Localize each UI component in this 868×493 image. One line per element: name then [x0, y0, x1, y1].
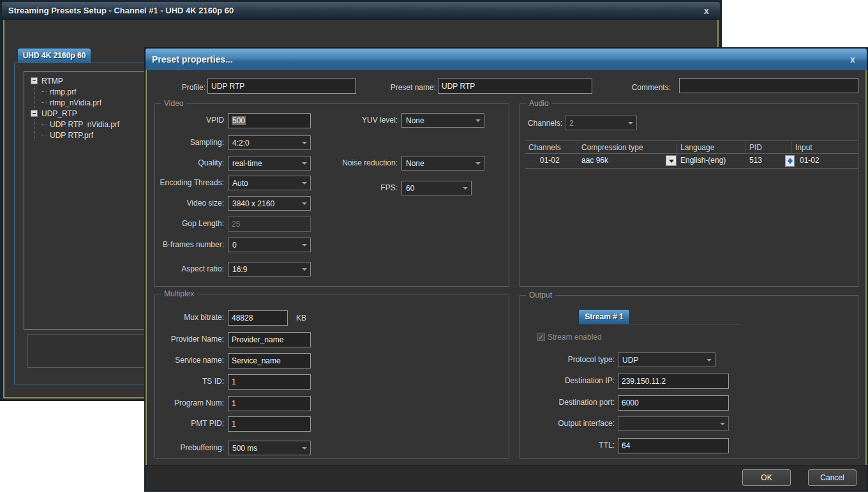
audio-channels-label: Channels:: [523, 119, 562, 128]
close-icon[interactable]: x: [701, 5, 712, 17]
stream-enabled-checkbox[interactable]: ✓: [537, 333, 545, 341]
output-group-legend: Output: [526, 291, 555, 300]
dropdown-arrow-icon: [302, 244, 307, 247]
service-name-input[interactable]: Service_name: [228, 353, 311, 368]
dropdown-arrow-icon: [302, 202, 307, 205]
multiplex-group-legend: Multiplex: [161, 289, 197, 298]
header-language: Language: [677, 141, 746, 153]
tab-uhd-4k-2160p-60[interactable]: UHD 4K 2160p 60: [17, 48, 91, 63]
program-num-input[interactable]: 1: [228, 396, 311, 411]
quality-select[interactable]: real-time: [228, 156, 311, 171]
output-interface-select[interactable]: [618, 416, 729, 431]
destination-ip-input[interactable]: 239.150.11.2: [618, 374, 729, 389]
window-titlebar: Streaming Presets Setup - Channel #1 - U…: [2, 2, 720, 20]
comments-label: Comments:: [618, 83, 671, 92]
noise-reduction-label: Noise reduction:: [308, 158, 398, 167]
encoding-threads-select[interactable]: Auto: [228, 176, 311, 190]
audio-channels-select[interactable]: 2: [565, 116, 637, 130]
quality-label: Quality:: [156, 158, 224, 167]
dialog-button-strip: OK Cancel: [146, 465, 867, 490]
vpid-input[interactable]: 500: [228, 113, 311, 128]
dialog-title: Preset properties...: [152, 49, 233, 70]
dropdown-arrow-icon: [720, 423, 725, 425]
prebuffering-select[interactable]: 500 ms: [228, 441, 311, 455]
video-size-select[interactable]: 3840 x 2160: [228, 196, 311, 211]
audio-group-legend: Audio: [526, 99, 552, 108]
dropdown-arrow-icon: [302, 182, 307, 185]
mux-bitrate-input[interactable]: 48828: [228, 310, 288, 326]
cell-input: 01-02: [792, 154, 858, 168]
compression-dropdown-button[interactable]: [666, 155, 677, 166]
protocol-type-select[interactable]: UDP: [618, 353, 715, 367]
protocol-type-label: Protocol type:: [538, 355, 615, 364]
mux-bitrate-unit: KB: [296, 314, 315, 322]
fps-select[interactable]: 60: [401, 181, 472, 195]
header-channels: Channels: [525, 141, 578, 153]
profile-label: Profile:: [156, 83, 206, 92]
dropdown-arrow-icon: [475, 119, 481, 122]
video-group-legend: Video: [161, 99, 186, 108]
sampling-label: Sampling:: [156, 138, 224, 147]
service-name-label: Service name:: [156, 356, 224, 365]
ts-id-input[interactable]: 1: [228, 374, 311, 390]
expand-minus-icon[interactable]: [31, 77, 38, 84]
bframes-select[interactable]: 0: [228, 238, 311, 252]
output-group: Output Stream # 1 ✓ Stream enabled Proto…: [520, 295, 858, 459]
header-compression-type: Compression type: [578, 141, 677, 153]
dropdown-arrow-icon: [302, 268, 307, 271]
screen: Streaming Presets Setup - Channel #1 - U…: [0, 0, 868, 493]
input-spinner[interactable]: [785, 155, 795, 167]
dropdown-arrow-icon: [707, 359, 712, 361]
destination-ip-label: Destination IP:: [538, 376, 615, 385]
checkbox-check-icon: ✓: [538, 333, 544, 341]
cancel-button[interactable]: Cancel: [808, 469, 857, 486]
gop-length-input: 25: [228, 216, 311, 232]
video-group: Video VPID 500 Sampling: 4:2:0 Quality: …: [154, 103, 509, 287]
vpid-label: VPID: [156, 116, 224, 125]
comments-input[interactable]: [679, 78, 858, 93]
encoding-threads-label: Encoding Threads:: [156, 178, 224, 187]
audio-table-row[interactable]: 01-02 aac 96k English-(eng) 513 01-02: [525, 154, 858, 169]
stream-enabled-label: Stream enabled: [548, 333, 624, 342]
prebuffering-label: Prebuffering:: [156, 443, 224, 452]
preset-properties-dialog: Preset properties... x Profile: UDP RTP …: [144, 47, 868, 492]
noise-reduction-select[interactable]: None: [401, 156, 484, 171]
expand-minus-icon[interactable]: [31, 110, 38, 117]
program-num-label: Program Num:: [156, 398, 224, 407]
dropdown-arrow-icon: [475, 162, 481, 165]
header-input: Input: [792, 141, 858, 153]
tab-stream-1[interactable]: Stream # 1: [578, 309, 630, 324]
preset-name-input[interactable]: UDP RTP: [438, 79, 592, 94]
preset-name-label: Preset name:: [383, 83, 436, 92]
pmt-pid-label: PMT PID:: [156, 419, 224, 428]
ttl-label: TTL:: [538, 441, 615, 450]
dropdown-arrow-icon: [302, 447, 307, 450]
mux-bitrate-label: Mux bitrate:: [156, 313, 224, 322]
sampling-select[interactable]: 4:2:0: [228, 135, 311, 150]
profile-input[interactable]: UDP RTP: [207, 79, 356, 94]
ok-button[interactable]: OK: [742, 469, 791, 486]
cell-language: English-(eng): [677, 154, 746, 168]
provider-name-input[interactable]: Provider_name: [228, 332, 311, 347]
cell-compression: aac 96k: [578, 154, 677, 168]
dropdown-arrow-icon: [302, 142, 307, 144]
destination-port-input[interactable]: 6000: [618, 395, 729, 411]
yuv-level-select[interactable]: None: [401, 113, 484, 128]
pmt-pid-input[interactable]: 1: [228, 416, 311, 432]
aspect-ratio-label: Aspect ratio:: [156, 264, 224, 273]
dialog-titlebar: Preset properties... x: [146, 49, 867, 70]
audio-table: Channels Compression type Language PID I…: [525, 140, 858, 169]
window-title: Streaming Presets Setup - Channel #1 - U…: [8, 2, 234, 20]
dropdown-arrow-icon: [302, 162, 307, 165]
dropdown-arrow-icon: [628, 122, 633, 125]
multiplex-group: Multiplex Mux bitrate: 48828 KB Provider…: [154, 294, 509, 459]
spinner-down-icon[interactable]: [788, 161, 793, 164]
ttl-input[interactable]: 64: [618, 438, 729, 453]
ts-id-label: TS ID:: [156, 377, 224, 386]
output-interface-label: Output interface:: [538, 419, 615, 428]
destination-port-label: Destination port:: [538, 398, 615, 407]
audio-group: Audio Channels: 2 Channels Compression t…: [520, 103, 858, 287]
close-icon[interactable]: x: [847, 54, 858, 65]
video-size-label: Video size:: [156, 199, 224, 208]
aspect-ratio-select[interactable]: 16:9: [228, 262, 311, 277]
